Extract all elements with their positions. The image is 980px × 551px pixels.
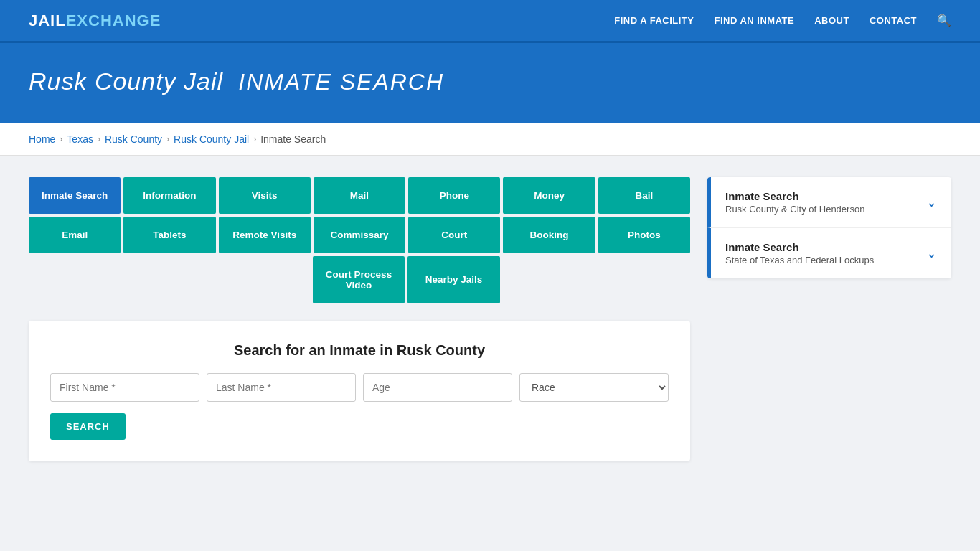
tab-commissary[interactable]: Commissary [314,217,405,253]
tab-row-1: Inmate Search Information Visits Mail Ph… [29,177,690,214]
nav-find-inmate[interactable]: FIND AN INMATE [714,15,794,26]
search-button[interactable]: SEARCH [50,413,126,440]
sidebar-item-texas-title: Inmate Search [725,241,874,253]
breadcrumb-sep-4: › [253,134,256,144]
nav-find-facility[interactable]: FIND A FACILITY [614,15,694,26]
page-title-main: Rusk County Jail [29,67,223,95]
search-title: Search for an Inmate in Rusk County [50,342,669,359]
logo-exchange: EXCHANGE [66,11,161,30]
tab-money[interactable]: Money [503,177,595,214]
hero-section: Rusk County Jail INMATE SEARCH [0,43,980,123]
breadcrumb-texas[interactable]: Texas [67,133,93,145]
tab-information[interactable]: Information [123,177,215,214]
breadcrumb-sep-3: › [166,134,169,144]
main-content: Inmate Search Information Visits Mail Ph… [0,156,980,483]
tab-court[interactable]: Court [408,217,500,253]
race-select[interactable]: Race White Black Hispanic Asian Other [519,373,669,402]
tab-photos[interactable]: Photos [598,217,690,253]
breadcrumb-rusk-county[interactable]: Rusk County [105,133,162,145]
tab-visits[interactable]: Visits [219,177,311,214]
first-name-input[interactable] [50,373,199,402]
chevron-down-icon-1: ⌄ [926,194,937,210]
age-input[interactable] [363,373,512,402]
breadcrumb-sep-1: › [60,134,62,144]
sidebar-item-rusk-text: Inmate Search Rusk County & City of Hend… [725,190,864,215]
nav-about[interactable]: ABOUT [814,15,849,26]
row3-buttons: Court Process Video Nearby Jails [313,256,500,303]
tab-nearby-jails[interactable]: Nearby Jails [407,256,500,303]
nav-contact[interactable]: CONTACT [870,15,917,26]
sidebar-item-rusk-subtitle: Rusk County & City of Henderson [725,204,864,215]
sidebar-item-texas[interactable]: Inmate Search State of Texas and Federal… [707,228,951,278]
sidebar-item-rusk-title: Inmate Search [725,190,864,202]
row3-spacer [29,256,310,303]
breadcrumb: Home › Texas › Rusk County › Rusk County… [0,123,980,156]
row3-right-spacer [503,256,690,303]
search-card: Search for an Inmate in Rusk County Race… [29,321,690,461]
tab-bail[interactable]: Bail [598,177,690,214]
tab-tablets[interactable]: Tablets [123,217,215,253]
sidebar-item-rusk-county[interactable]: Inmate Search Rusk County & City of Hend… [707,177,951,228]
right-column: Inmate Search Rusk County & City of Hend… [707,177,951,278]
page-title-italic: INMATE SEARCH [238,69,444,95]
breadcrumb-current: Inmate Search [260,133,326,145]
tab-remote-visits[interactable]: Remote Visits [219,217,311,253]
tab-booking[interactable]: Booking [503,217,595,253]
header-nav: FIND A FACILITY FIND AN INMATE ABOUT CON… [614,14,951,27]
tab-row-3: Court Process Video Nearby Jails [29,256,690,303]
page-title: Rusk County Jail INMATE SEARCH [29,65,951,98]
logo-jail: JAIL [29,11,66,30]
tab-court-process-video[interactable]: Court Process Video [313,256,405,303]
breadcrumb-sep-2: › [98,134,100,144]
site-header: JAILEXCHANGE FIND A FACILITY FIND AN INM… [0,0,980,43]
left-column: Inmate Search Information Visits Mail Ph… [29,177,690,461]
tab-mail[interactable]: Mail [314,177,405,214]
chevron-down-icon-2: ⌄ [926,245,937,261]
sidebar-card: Inmate Search Rusk County & City of Hend… [707,177,951,278]
breadcrumb-rusk-county-jail[interactable]: Rusk County Jail [174,133,249,145]
breadcrumb-home[interactable]: Home [29,133,55,145]
site-logo[interactable]: JAILEXCHANGE [29,11,161,30]
tab-email[interactable]: Email [29,217,121,253]
last-name-input[interactable] [207,373,356,402]
tab-row-2: Email Tablets Remote Visits Commissary C… [29,217,690,253]
sidebar-item-texas-subtitle: State of Texas and Federal Lockups [725,255,874,265]
tab-inmate-search[interactable]: Inmate Search [29,177,121,214]
search-icon[interactable]: 🔍 [937,14,951,27]
sidebar-item-texas-text: Inmate Search State of Texas and Federal… [725,241,874,265]
tab-phone[interactable]: Phone [408,177,500,214]
form-row-1: Race White Black Hispanic Asian Other [50,373,669,402]
